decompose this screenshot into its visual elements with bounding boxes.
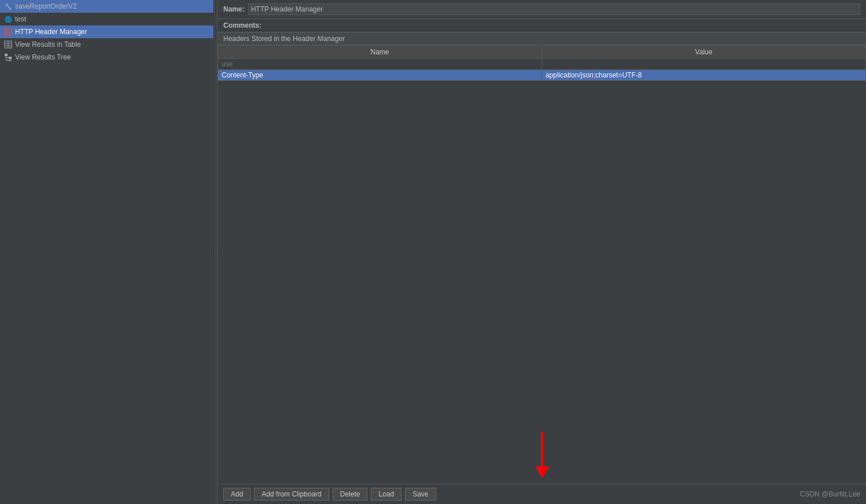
sidebar-label-viewResultsInTable: View Results in Table — [15, 40, 81, 49]
svg-rect-7 — [5, 54, 8, 56]
arrow-head — [535, 466, 549, 478]
table-row[interactable]: Content-Type application/json;charset=UT… — [218, 70, 866, 81]
row-value-1: application/json;charset=UTF-8 — [542, 70, 866, 81]
save-button[interactable]: Save — [405, 488, 436, 501]
name-label: Name: — [223, 5, 245, 13]
row-name-1: Content-Type — [218, 70, 542, 81]
action-buttons: Add Add from Clipboard Delete Load Save — [223, 488, 436, 501]
main-panel: Name: Comments: Headers Stored in the He… — [218, 0, 866, 504]
arrow-annotation — [218, 262, 866, 484]
add-from-clipboard-button[interactable]: Add from Clipboard — [254, 488, 329, 501]
delete-button[interactable]: Delete — [333, 488, 368, 501]
load-button[interactable]: Load — [371, 488, 401, 501]
add-button[interactable]: Add — [223, 488, 250, 501]
svg-rect-8 — [9, 57, 12, 59]
tree-icon — [3, 53, 13, 62]
col-header-value: Value — [542, 46, 866, 59]
wrench-icon: 🔧 — [3, 2, 13, 11]
headers-table: Name Value use Content-Type application/… — [218, 45, 866, 81]
table-wrapper[interactable]: Name Value use Content-Type application/… — [218, 45, 866, 262]
sidebar-label-httpHeaderManager: HTTP Header Manager — [15, 28, 87, 36]
sidebar-item-saveReportOrderV2[interactable]: 🔧 saveReportOrderV2 — [0, 0, 213, 13]
table-row[interactable]: use — [218, 59, 866, 70]
section-header: Headers Stored in the Header Manager — [218, 32, 866, 45]
name-input[interactable] — [248, 3, 860, 15]
bottom-bar: Add Add from Clipboard Delete Load Save … — [218, 484, 866, 504]
sidebar-label-saveReportOrderV2: saveReportOrderV2 — [15, 2, 77, 10]
row-name-0: use — [218, 59, 542, 70]
sidebar-label-viewResultsTree: View Results Tree — [15, 53, 71, 61]
globe-icon: 🌐 — [3, 14, 13, 24]
row-value-0 — [542, 59, 866, 70]
col-header-name: Name — [218, 46, 542, 59]
name-row: Name: — [218, 0, 866, 19]
sidebar-label-test: test — [15, 15, 26, 23]
sidebar-item-viewResultsTree[interactable]: View Results Tree — [0, 51, 213, 64]
svg-rect-9 — [9, 60, 12, 61]
table-icon — [3, 40, 13, 49]
network-icon — [3, 27, 13, 36]
comments-row: Comments: — [218, 19, 866, 32]
sidebar-item-test[interactable]: 🌐 test — [0, 13, 213, 25]
watermark: CSDN @Burfitt.Lee — [800, 490, 860, 498]
red-arrow — [535, 432, 549, 478]
comments-label: Comments: — [223, 21, 261, 29]
sidebar-item-viewResultsInTable[interactable]: View Results in Table — [0, 38, 213, 51]
table-and-arrow: Name Value use Content-Type application/… — [218, 45, 866, 484]
arrow-shaft — [541, 432, 543, 466]
sidebar: 🔧 saveReportOrderV2 🌐 test HTTP Header M… — [0, 0, 214, 504]
sidebar-item-httpHeaderManager[interactable]: HTTP Header Manager — [0, 25, 213, 38]
